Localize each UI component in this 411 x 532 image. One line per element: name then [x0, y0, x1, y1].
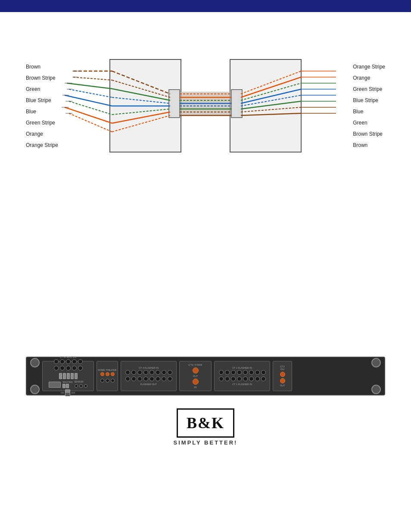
- flasher-out-label: FLASHER OUT: [140, 383, 157, 386]
- left-top-button[interactable]: [30, 358, 40, 367]
- ht-port2[interactable]: [106, 372, 109, 376]
- ht-port3[interactable]: [111, 372, 115, 376]
- ht-port4[interactable]: [100, 379, 104, 383]
- port9[interactable]: [72, 366, 77, 370]
- port6[interactable]: [54, 366, 59, 370]
- on-off-section: ON OFF: [61, 389, 75, 396]
- sensor-port3[interactable]: [84, 384, 87, 388]
- r-switch1[interactable]: [62, 384, 65, 388]
- dip5[interactable]: [75, 373, 78, 379]
- brand-tagline: Simply Better!: [174, 439, 238, 446]
- port1[interactable]: [54, 359, 59, 364]
- dip2[interactable]: [63, 373, 66, 379]
- sensor-port1[interactable]: [75, 384, 78, 388]
- chain-in-port[interactable]: [193, 379, 199, 385]
- svg-line-9: [65, 95, 112, 106]
- ct3-p1[interactable]: [125, 370, 130, 375]
- svg-line-10: [69, 101, 112, 115]
- svg-line-35: [241, 107, 301, 112]
- logo-box: B&K: [177, 408, 234, 438]
- ct3-p4[interactable]: [143, 370, 148, 375]
- ht-port6[interactable]: [111, 379, 115, 383]
- ht-port5[interactable]: [106, 379, 109, 383]
- power-switch[interactable]: [65, 389, 70, 396]
- dip3[interactable]: [67, 373, 70, 379]
- ct3-p10[interactable]: [131, 376, 136, 381]
- ct2-p3[interactable]: [231, 370, 236, 375]
- svg-rect-0: [110, 59, 181, 152]
- ct3-p11[interactable]: [137, 376, 142, 381]
- svg-line-15: [112, 89, 170, 100]
- ct3-chain-ports-top: [193, 367, 199, 373]
- ct2-out-sub: Out: [280, 368, 284, 370]
- ct2-p14[interactable]: [249, 376, 254, 381]
- ht-port1[interactable]: [100, 372, 104, 376]
- left-label-green-stripe: Green Stripe: [26, 120, 58, 126]
- dip1[interactable]: [59, 373, 62, 379]
- ct2-out-section: CT2 Out OUT: [273, 361, 292, 391]
- svg-rect-3: [231, 90, 242, 118]
- svg-line-32: [241, 89, 301, 103]
- port3[interactable]: [66, 359, 71, 364]
- ct2-p7[interactable]: [255, 370, 260, 375]
- port7[interactable]: [60, 366, 65, 370]
- chain-out-label: OUT: [193, 375, 198, 377]
- right-top-button[interactable]: [371, 358, 381, 367]
- ct3-p13[interactable]: [149, 376, 154, 381]
- sensor-label: SENSOR: [75, 380, 87, 383]
- ct-port-row-2: [54, 366, 83, 370]
- ct3-p15[interactable]: [162, 376, 166, 381]
- ct3-p12[interactable]: [143, 376, 148, 381]
- svg-line-31: [241, 83, 301, 100]
- right-bottom-button[interactable]: [371, 385, 381, 394]
- switch-off: [65, 393, 70, 396]
- ct2-p1[interactable]: [219, 370, 224, 375]
- ct2-out-port2[interactable]: [280, 378, 285, 383]
- off-label: OFF: [71, 392, 75, 394]
- ct2-p4[interactable]: [237, 370, 242, 375]
- port8[interactable]: [66, 366, 71, 370]
- ct2-p10[interactable]: [225, 376, 230, 381]
- ct2-p12[interactable]: [237, 376, 242, 381]
- rs232-section: ROUTING SENSOR: [49, 380, 87, 389]
- ct2-flasher-label: CT 2 FLASHER IN: [232, 367, 252, 369]
- ct2-out-ports2: [280, 378, 285, 383]
- port10[interactable]: [78, 366, 83, 370]
- left-bottom-button[interactable]: [30, 385, 40, 394]
- ct3-port-row2: [125, 376, 172, 381]
- ct2-p9[interactable]: [219, 376, 224, 381]
- svg-line-18: [112, 109, 170, 115]
- ct2-p8[interactable]: [261, 370, 266, 375]
- ct3-p3[interactable]: [137, 370, 142, 375]
- r-switch2[interactable]: [66, 384, 69, 388]
- ct3-p6[interactable]: [156, 370, 160, 375]
- ct2-p11[interactable]: [231, 376, 236, 381]
- ct2-p13[interactable]: [243, 376, 248, 381]
- routing-section: ROUTING: [62, 381, 72, 388]
- ct2-out-port1[interactable]: [280, 372, 285, 377]
- ct3-p5[interactable]: [149, 370, 154, 375]
- ct2-p2[interactable]: [225, 370, 230, 375]
- chain-out-port[interactable]: [193, 367, 199, 373]
- ct3-p16[interactable]: [168, 376, 172, 381]
- port5[interactable]: [78, 359, 83, 364]
- left-label-blue: Blue: [26, 109, 58, 115]
- sensor-port2[interactable]: [79, 384, 83, 388]
- ct2-p5[interactable]: [243, 370, 248, 375]
- ct3-p2[interactable]: [131, 370, 136, 375]
- rs232-port[interactable]: [49, 382, 61, 388]
- ct3-p14[interactable]: [156, 376, 160, 381]
- ct3-p7[interactable]: [162, 370, 166, 375]
- dip4[interactable]: [71, 373, 74, 379]
- ct3-p8[interactable]: [168, 370, 172, 375]
- ct2-p16[interactable]: [261, 376, 266, 381]
- svg-line-16: [112, 97, 170, 103]
- right-label-green-stripe: Green Stripe: [353, 86, 382, 92]
- ct3-p9[interactable]: [125, 376, 130, 381]
- port4[interactable]: [72, 359, 77, 364]
- svg-rect-1: [169, 90, 180, 118]
- brand-logo-area: B&K Simply Better!: [26, 408, 385, 446]
- ct2-p15[interactable]: [255, 376, 260, 381]
- ct2-p6[interactable]: [249, 370, 254, 375]
- port2[interactable]: [60, 359, 65, 364]
